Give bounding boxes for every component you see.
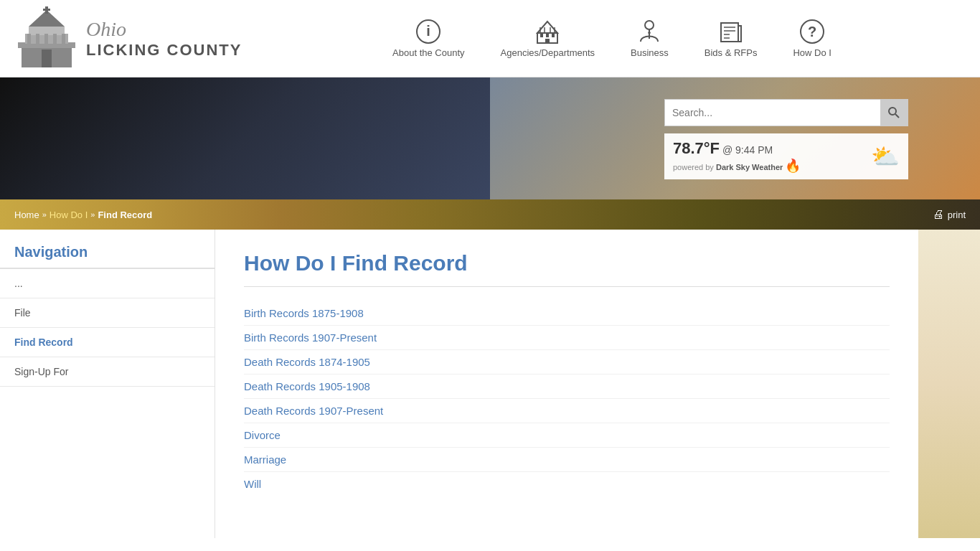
record-link-will[interactable]: Will bbox=[244, 472, 890, 496]
breadcrumb-home[interactable]: Home bbox=[14, 209, 39, 220]
record-link-birth-1875[interactable]: Birth Records 1875-1908 bbox=[244, 301, 890, 326]
search-input[interactable] bbox=[665, 107, 880, 118]
record-link-divorce[interactable]: Divorce bbox=[244, 423, 890, 448]
person-icon bbox=[636, 19, 662, 44]
hero-bg-left bbox=[0, 77, 490, 199]
sidebar-title: Navigation bbox=[0, 244, 215, 269]
nav-howdoi-label: How Do I bbox=[793, 47, 831, 58]
svg-rect-11 bbox=[53, 34, 57, 44]
question-circle-icon: ? bbox=[799, 19, 825, 44]
weather-time: @ 9:44 PM bbox=[722, 144, 773, 156]
content-area: How Do I Find Record Birth Records 1875-… bbox=[215, 230, 918, 538]
nav-business-label: Business bbox=[631, 47, 669, 58]
search-button[interactable] bbox=[880, 99, 908, 126]
svg-line-37 bbox=[895, 114, 899, 118]
sidebar-item-file[interactable]: File bbox=[0, 298, 215, 328]
svg-rect-29 bbox=[738, 26, 741, 42]
search-widget bbox=[664, 99, 908, 126]
right-decorative-strip bbox=[918, 230, 980, 538]
main-content: Navigation ... File Find Record Sign-Up … bbox=[0, 230, 980, 538]
print-button[interactable]: 🖨 print bbox=[933, 208, 966, 221]
record-link-death-1907[interactable]: Death Records 1907-Present bbox=[244, 399, 890, 423]
search-icon bbox=[888, 107, 900, 118]
printer-icon: 🖨 bbox=[933, 208, 944, 221]
nav-bids-label: Bids & RFPs bbox=[705, 47, 758, 58]
logo-county: Licking County bbox=[86, 41, 242, 60]
record-link-death-1874[interactable]: Death Records 1874-1905 bbox=[244, 350, 890, 375]
header: Ohio Licking County i About the County bbox=[0, 0, 980, 77]
nav-about[interactable]: i About the County bbox=[374, 11, 482, 65]
weather-powered: powered by Dark Sky Weather 🔥 bbox=[673, 158, 801, 174]
svg-rect-7 bbox=[43, 9, 50, 11]
svg-rect-12 bbox=[62, 34, 65, 44]
sidebar-item-ellipsis[interactable]: ... bbox=[0, 269, 215, 298]
svg-rect-8 bbox=[27, 34, 31, 44]
sidebar: Navigation ... File Find Record Sign-Up … bbox=[0, 230, 215, 538]
weather-temp: 78.7°F bbox=[673, 139, 720, 157]
breadcrumb-howdoi[interactable]: How Do I bbox=[50, 209, 88, 220]
main-nav: i About the County Agencies/Departments bbox=[258, 11, 966, 65]
nav-agencies[interactable]: Agencies/Departments bbox=[483, 11, 613, 65]
sidebar-item-find-record[interactable]: Find Record bbox=[0, 328, 215, 357]
nav-business[interactable]: Business bbox=[613, 11, 687, 65]
logo-ohio: Ohio bbox=[86, 18, 242, 41]
sidebar-item-sign-up[interactable]: Sign-Up For bbox=[0, 357, 215, 387]
breadcrumb-sep1: » bbox=[42, 210, 47, 219]
svg-marker-27 bbox=[648, 30, 651, 34]
building-icon bbox=[534, 19, 560, 44]
search-box bbox=[664, 99, 908, 126]
svg-text:i: i bbox=[427, 23, 431, 39]
breadcrumb-sep2: » bbox=[90, 210, 95, 219]
svg-rect-20 bbox=[545, 39, 550, 43]
breadcrumb: Home » How Do I » Find Record bbox=[14, 209, 152, 220]
newspaper-icon bbox=[718, 19, 744, 44]
svg-text:?: ? bbox=[808, 24, 816, 39]
weather-info: 78.7°F @ 9:44 PM powered by Dark Sky Wea… bbox=[673, 139, 801, 174]
svg-rect-5 bbox=[42, 50, 52, 67]
svg-rect-9 bbox=[36, 34, 39, 44]
svg-point-25 bbox=[645, 21, 654, 29]
svg-rect-28 bbox=[721, 23, 738, 42]
nav-howdoi[interactable]: ? How Do I bbox=[775, 11, 849, 65]
record-link-birth-1907[interactable]: Birth Records 1907-Present bbox=[244, 326, 890, 350]
weather-icon: ⛅ bbox=[871, 143, 900, 170]
nav-about-label: About the County bbox=[392, 47, 464, 58]
record-link-death-1905[interactable]: Death Records 1905-1908 bbox=[244, 375, 890, 399]
hero-banner: 78.7°F @ 9:44 PM powered by Dark Sky Wea… bbox=[0, 77, 980, 199]
page-title: How Do I Find Record bbox=[244, 251, 890, 287]
print-label: print bbox=[948, 209, 966, 220]
breadcrumb-current: Find Record bbox=[98, 209, 152, 220]
info-circle-icon: i bbox=[415, 19, 441, 44]
logo-text: Ohio Licking County bbox=[86, 18, 242, 60]
svg-rect-10 bbox=[44, 34, 48, 44]
logo-area: Ohio Licking County bbox=[14, 6, 258, 71]
courthouse-icon bbox=[14, 6, 79, 71]
breadcrumb-bar: Home » How Do I » Find Record 🖨 print bbox=[0, 199, 980, 230]
svg-point-36 bbox=[889, 108, 896, 115]
weather-service-link[interactable]: Dark Sky Weather bbox=[716, 163, 783, 171]
record-link-marriage[interactable]: Marriage bbox=[244, 448, 890, 472]
nav-agencies-label: Agencies/Departments bbox=[501, 47, 595, 58]
nav-bids[interactable]: Bids & RFPs bbox=[687, 11, 776, 65]
weather-widget: 78.7°F @ 9:44 PM powered by Dark Sky Wea… bbox=[664, 133, 908, 179]
